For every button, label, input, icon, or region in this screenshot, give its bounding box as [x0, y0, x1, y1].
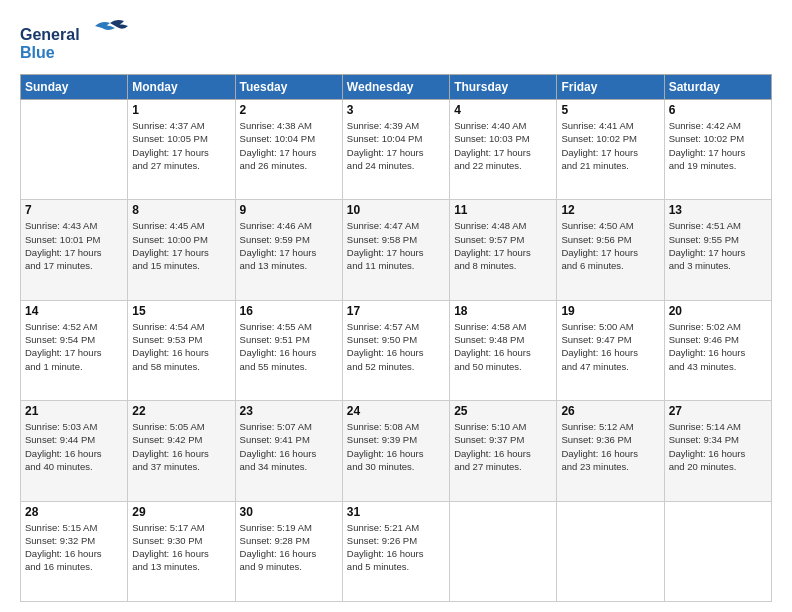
col-wednesday: Wednesday: [342, 75, 449, 100]
col-saturday: Saturday: [664, 75, 771, 100]
col-friday: Friday: [557, 75, 664, 100]
day-number: 30: [240, 505, 338, 519]
logo-area: General Blue: [20, 18, 130, 66]
day-info: Sunrise: 4:58 AM Sunset: 9:48 PM Dayligh…: [454, 320, 552, 373]
calendar-cell: 24Sunrise: 5:08 AM Sunset: 9:39 PM Dayli…: [342, 401, 449, 501]
calendar-week-3: 14Sunrise: 4:52 AM Sunset: 9:54 PM Dayli…: [21, 300, 772, 400]
day-number: 11: [454, 203, 552, 217]
day-info: Sunrise: 5:07 AM Sunset: 9:41 PM Dayligh…: [240, 420, 338, 473]
calendar-cell: 4Sunrise: 4:40 AM Sunset: 10:03 PM Dayli…: [450, 100, 557, 200]
calendar-cell: 8Sunrise: 4:45 AM Sunset: 10:00 PM Dayli…: [128, 200, 235, 300]
svg-text:General: General: [20, 26, 80, 43]
day-info: Sunrise: 4:55 AM Sunset: 9:51 PM Dayligh…: [240, 320, 338, 373]
day-number: 25: [454, 404, 552, 418]
calendar-cell: 21Sunrise: 5:03 AM Sunset: 9:44 PM Dayli…: [21, 401, 128, 501]
day-number: 23: [240, 404, 338, 418]
calendar-cell: 18Sunrise: 4:58 AM Sunset: 9:48 PM Dayli…: [450, 300, 557, 400]
day-info: Sunrise: 4:46 AM Sunset: 9:59 PM Dayligh…: [240, 219, 338, 272]
day-info: Sunrise: 4:54 AM Sunset: 9:53 PM Dayligh…: [132, 320, 230, 373]
day-info: Sunrise: 5:12 AM Sunset: 9:36 PM Dayligh…: [561, 420, 659, 473]
calendar-cell: 23Sunrise: 5:07 AM Sunset: 9:41 PM Dayli…: [235, 401, 342, 501]
day-number: 21: [25, 404, 123, 418]
day-number: 6: [669, 103, 767, 117]
calendar-week-2: 7Sunrise: 4:43 AM Sunset: 10:01 PM Dayli…: [21, 200, 772, 300]
day-info: Sunrise: 5:05 AM Sunset: 9:42 PM Dayligh…: [132, 420, 230, 473]
day-info: Sunrise: 4:52 AM Sunset: 9:54 PM Dayligh…: [25, 320, 123, 373]
day-info: Sunrise: 4:38 AM Sunset: 10:04 PM Daylig…: [240, 119, 338, 172]
day-info: Sunrise: 5:19 AM Sunset: 9:28 PM Dayligh…: [240, 521, 338, 574]
day-info: Sunrise: 5:00 AM Sunset: 9:47 PM Dayligh…: [561, 320, 659, 373]
day-info: Sunrise: 5:15 AM Sunset: 9:32 PM Dayligh…: [25, 521, 123, 574]
day-number: 29: [132, 505, 230, 519]
calendar-body: 1Sunrise: 4:37 AM Sunset: 10:05 PM Dayli…: [21, 100, 772, 602]
day-info: Sunrise: 4:48 AM Sunset: 9:57 PM Dayligh…: [454, 219, 552, 272]
day-number: 16: [240, 304, 338, 318]
day-info: Sunrise: 5:14 AM Sunset: 9:34 PM Dayligh…: [669, 420, 767, 473]
calendar-cell: 22Sunrise: 5:05 AM Sunset: 9:42 PM Dayli…: [128, 401, 235, 501]
calendar-cell: 14Sunrise: 4:52 AM Sunset: 9:54 PM Dayli…: [21, 300, 128, 400]
calendar-cell: 2Sunrise: 4:38 AM Sunset: 10:04 PM Dayli…: [235, 100, 342, 200]
day-info: Sunrise: 4:50 AM Sunset: 9:56 PM Dayligh…: [561, 219, 659, 272]
calendar-cell: 5Sunrise: 4:41 AM Sunset: 10:02 PM Dayli…: [557, 100, 664, 200]
day-number: 14: [25, 304, 123, 318]
day-number: 31: [347, 505, 445, 519]
calendar-cell: 11Sunrise: 4:48 AM Sunset: 9:57 PM Dayli…: [450, 200, 557, 300]
calendar-cell: 30Sunrise: 5:19 AM Sunset: 9:28 PM Dayli…: [235, 501, 342, 601]
calendar-cell: 12Sunrise: 4:50 AM Sunset: 9:56 PM Dayli…: [557, 200, 664, 300]
day-info: Sunrise: 4:39 AM Sunset: 10:04 PM Daylig…: [347, 119, 445, 172]
calendar-cell: 10Sunrise: 4:47 AM Sunset: 9:58 PM Dayli…: [342, 200, 449, 300]
day-info: Sunrise: 5:17 AM Sunset: 9:30 PM Dayligh…: [132, 521, 230, 574]
day-info: Sunrise: 4:43 AM Sunset: 10:01 PM Daylig…: [25, 219, 123, 272]
calendar-cell: [21, 100, 128, 200]
day-number: 10: [347, 203, 445, 217]
day-info: Sunrise: 5:10 AM Sunset: 9:37 PM Dayligh…: [454, 420, 552, 473]
header: General Blue: [20, 18, 772, 66]
day-number: 4: [454, 103, 552, 117]
col-sunday: Sunday: [21, 75, 128, 100]
day-number: 15: [132, 304, 230, 318]
calendar-cell: 28Sunrise: 5:15 AM Sunset: 9:32 PM Dayli…: [21, 501, 128, 601]
day-number: 20: [669, 304, 767, 318]
day-info: Sunrise: 5:02 AM Sunset: 9:46 PM Dayligh…: [669, 320, 767, 373]
col-tuesday: Tuesday: [235, 75, 342, 100]
calendar-cell: 19Sunrise: 5:00 AM Sunset: 9:47 PM Dayli…: [557, 300, 664, 400]
calendar-cell: 20Sunrise: 5:02 AM Sunset: 9:46 PM Dayli…: [664, 300, 771, 400]
calendar-cell: 31Sunrise: 5:21 AM Sunset: 9:26 PM Dayli…: [342, 501, 449, 601]
calendar-cell: [557, 501, 664, 601]
day-info: Sunrise: 4:40 AM Sunset: 10:03 PM Daylig…: [454, 119, 552, 172]
svg-text:Blue: Blue: [20, 44, 55, 61]
day-number: 9: [240, 203, 338, 217]
day-info: Sunrise: 4:57 AM Sunset: 9:50 PM Dayligh…: [347, 320, 445, 373]
day-info: Sunrise: 5:21 AM Sunset: 9:26 PM Dayligh…: [347, 521, 445, 574]
col-thursday: Thursday: [450, 75, 557, 100]
day-number: 5: [561, 103, 659, 117]
day-number: 8: [132, 203, 230, 217]
day-number: 13: [669, 203, 767, 217]
calendar-week-5: 28Sunrise: 5:15 AM Sunset: 9:32 PM Dayli…: [21, 501, 772, 601]
calendar-cell: 29Sunrise: 5:17 AM Sunset: 9:30 PM Dayli…: [128, 501, 235, 601]
calendar-cell: 27Sunrise: 5:14 AM Sunset: 9:34 PM Dayli…: [664, 401, 771, 501]
day-info: Sunrise: 4:42 AM Sunset: 10:02 PM Daylig…: [669, 119, 767, 172]
calendar-cell: 17Sunrise: 4:57 AM Sunset: 9:50 PM Dayli…: [342, 300, 449, 400]
day-number: 1: [132, 103, 230, 117]
day-number: 28: [25, 505, 123, 519]
day-number: 7: [25, 203, 123, 217]
day-number: 27: [669, 404, 767, 418]
day-number: 2: [240, 103, 338, 117]
calendar-cell: 16Sunrise: 4:55 AM Sunset: 9:51 PM Dayli…: [235, 300, 342, 400]
calendar-cell: 1Sunrise: 4:37 AM Sunset: 10:05 PM Dayli…: [128, 100, 235, 200]
calendar-cell: 3Sunrise: 4:39 AM Sunset: 10:04 PM Dayli…: [342, 100, 449, 200]
day-number: 19: [561, 304, 659, 318]
calendar-cell: 9Sunrise: 4:46 AM Sunset: 9:59 PM Daylig…: [235, 200, 342, 300]
day-info: Sunrise: 5:08 AM Sunset: 9:39 PM Dayligh…: [347, 420, 445, 473]
calendar-table: Sunday Monday Tuesday Wednesday Thursday…: [20, 74, 772, 602]
day-number: 22: [132, 404, 230, 418]
calendar-cell: 13Sunrise: 4:51 AM Sunset: 9:55 PM Dayli…: [664, 200, 771, 300]
calendar-cell: 26Sunrise: 5:12 AM Sunset: 9:36 PM Dayli…: [557, 401, 664, 501]
day-number: 17: [347, 304, 445, 318]
day-number: 24: [347, 404, 445, 418]
day-number: 12: [561, 203, 659, 217]
header-row: Sunday Monday Tuesday Wednesday Thursday…: [21, 75, 772, 100]
day-info: Sunrise: 4:37 AM Sunset: 10:05 PM Daylig…: [132, 119, 230, 172]
calendar-cell: 7Sunrise: 4:43 AM Sunset: 10:01 PM Dayli…: [21, 200, 128, 300]
